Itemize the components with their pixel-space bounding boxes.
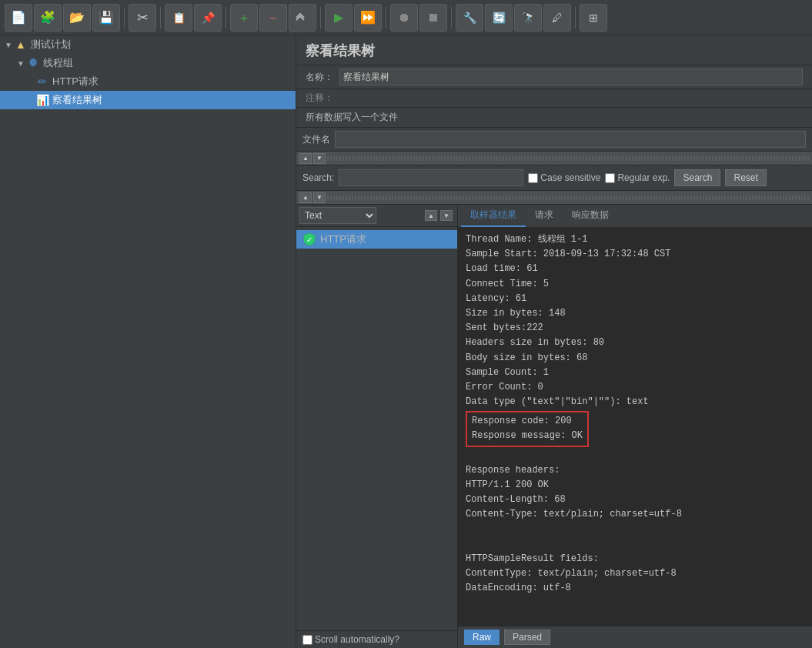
line-spacer2 [466,523,804,537]
name-input[interactable] [339,68,803,85]
sidebar-label-threadgroup: 线程组 [43,56,73,70]
format-select[interactable]: Text HTML JSON XML [299,207,376,224]
search-label: Search: [302,172,334,183]
pencil-icon: ✏ [35,75,49,89]
save-button[interactable]: 💾 [92,4,120,32]
play-all-button[interactable]: ⏩ [354,4,382,32]
collapse-bar-1: ▲ ▼ [296,152,812,165]
sidebar: ▼ ▲ 测试计划 ▼ 线程组 ✏ HTTP请求 [0,35,296,648]
case-sensitive-checkbox[interactable] [528,173,538,183]
triangle-icon: ▲ [14,38,28,52]
collapse-handle-1 [327,156,809,161]
toggle-button[interactable] [289,4,316,32]
search-button[interactable]: Search [674,169,720,186]
collapse-handle-2 [327,195,809,200]
separator3 [226,7,226,28]
collapse-bar-2: ▲ ▼ [296,191,812,205]
tab-sampler-result[interactable]: 取样器结果 [461,205,526,227]
line-data-type: Data type ("text"|"bin"|""): text [466,395,804,409]
search-bar: Search: Case sensitive Regular exp. Sear… [296,165,812,191]
case-sensitive-label: Case sensitive [528,172,600,183]
content-footer: Raw Parsed [458,626,812,648]
result-item-http[interactable]: ✓ HTTP请求 [296,230,457,249]
cut-button[interactable]: ✂ [129,4,156,32]
collapse-up-arrow-1[interactable]: ▲ [299,153,312,164]
sidebar-item-result-tree[interactable]: 📊 察看结果树 [0,91,296,109]
tree-toolbar-down[interactable]: ▼ [440,210,453,221]
separator5 [386,7,386,28]
sidebar-label-http: HTTP请求 [52,75,99,89]
shield-green-icon: ✓ [302,232,316,246]
tab-request[interactable]: 请求 [526,205,563,227]
name-label: 名称： [306,71,333,84]
results-tree-list: ✓ HTTP请求 [296,227,457,630]
svg-text:✓: ✓ [306,235,312,244]
tab-response[interactable]: 响应数据 [563,205,618,227]
line-sample-start: Sample Start: 2018-09-13 17:32:48 CST [466,247,804,262]
results-tree: Text HTML JSON XML ▲ ▼ [296,205,458,648]
line-response-message: Response message: OK [472,429,583,443]
stop-all-button[interactable]: ⏹ [419,4,447,32]
file-section-label: 所有数据写入一个文件 [306,111,398,124]
expand-button[interactable]: ⊞ [580,4,607,32]
line-size-bytes: Size in bytes: 148 [466,306,804,321]
tree-arrow-threadgroup: ▼ [17,59,26,68]
add-button[interactable]: ＋ [230,4,258,32]
search-input[interactable] [339,169,523,186]
separator2 [160,7,161,28]
results-area: Text HTML JSON XML ▲ ▼ [296,205,812,648]
tree-arrow-plan: ▼ [5,41,14,49]
play-button[interactable]: ▶ [325,4,353,32]
parsed-button[interactable]: Parsed [504,630,550,645]
separator6 [451,7,452,28]
scroll-auto-checkbox[interactable] [302,635,312,645]
tree-toolbar-up[interactable]: ▲ [425,210,437,221]
results-tree-toolbar: Text HTML JSON XML ▲ ▼ [296,205,457,227]
chart-icon: 📊 [35,93,49,107]
reset-button[interactable]: Reset [725,169,766,186]
sidebar-item-threadgroup[interactable]: ▼ 线程组 [0,54,296,72]
line-headers-size: Headers size in bytes: 80 [466,336,804,350]
regex-label: Regular exp. [605,172,670,183]
template-button[interactable]: 🧩 [34,4,62,32]
toolbar: 📄 🧩 📂 💾 ✂ 📋 📌 ＋ － ▶ ⏩ ⏺ ⏹ 🔧 🔄 🔭 🖊 ⊞ [0,0,812,35]
content-tabs: 取样器结果 请求 响应数据 [458,205,812,228]
comment-row: 注释： [296,89,812,108]
open-button[interactable]: 📂 [63,4,91,32]
gear-icon [26,56,40,70]
line-sent-bytes: Sent bytes:222 [466,321,804,336]
collapse-up-arrow-2[interactable]: ▲ [299,192,312,203]
reset-button[interactable]: 🔄 [485,4,513,32]
highlight-button[interactable]: 🖊 [543,4,571,32]
scroll-auto-label: Scroll automatically? [302,634,399,645]
line-httpsample-label: HTTPSampleResult fields: [466,552,804,566]
separator4 [320,7,321,28]
line-body-size: Body size in bytes: 68 [466,351,804,366]
clear-button[interactable]: 🔧 [456,4,483,32]
line-thread-name: Thread Name: 线程组 1-1 [466,232,804,247]
copy-button[interactable]: 📋 [165,4,192,32]
paste-button[interactable]: 📌 [194,4,222,32]
line-dataencoding-field: DataEncoding: utf-8 [466,581,804,596]
line-spacer3 [466,537,804,552]
sidebar-item-plan[interactable]: ▼ ▲ 测试计划 [0,35,296,54]
preview-button[interactable]: 🔭 [514,4,542,32]
sidebar-label-plan: 测试计划 [31,38,71,52]
line-content-length: Content-Length: 68 [466,493,804,507]
collapse-down-arrow-1[interactable]: ▼ [313,153,326,164]
line-http-status: HTTP/1.1 200 OK [466,478,804,493]
remove-button[interactable]: － [259,4,287,32]
file-name-row: 文件名 [296,128,812,152]
collapse-down-arrow-2[interactable]: ▼ [313,192,326,203]
stop-button[interactable]: ⏺ [390,4,418,32]
line-contenttype-field: ContentType: text/plain; charset=utf-8 [466,566,804,581]
new-button[interactable]: 📄 [5,4,32,32]
line-load-time: Load time: 61 [466,262,804,276]
line-connect-time: Connect Time: 5 [466,277,804,292]
regex-checkbox[interactable] [605,173,615,183]
file-name-input[interactable] [335,131,806,148]
sidebar-item-http[interactable]: ✏ HTTP请求 [0,72,296,91]
file-section-label-row: 所有数据写入一个文件 [296,108,812,128]
raw-button[interactable]: Raw [464,630,500,645]
line-spacer1 [466,449,804,463]
